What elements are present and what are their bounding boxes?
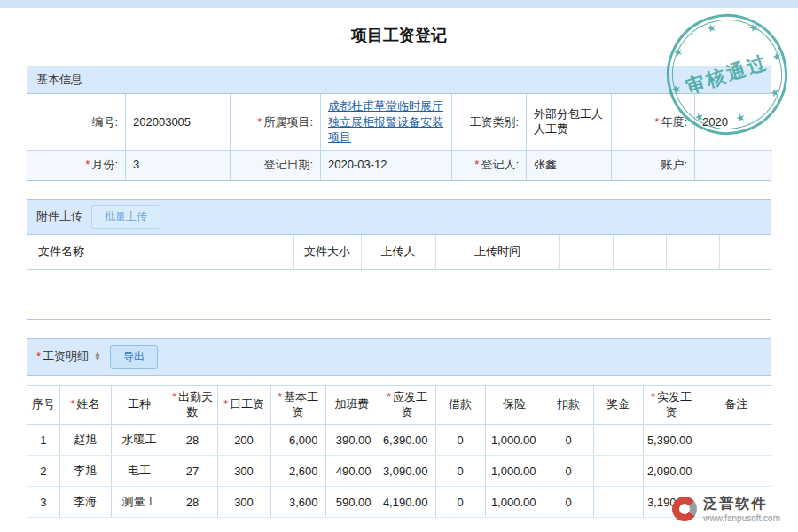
salary-row[interactable]: 1赵旭水暖工282006,000390.006,390.0001,000.000… bbox=[27, 425, 772, 456]
required-asterisk: * bbox=[36, 349, 41, 363]
salary-cell: 390.00 bbox=[325, 425, 379, 456]
salary-cell: 5,390.00 bbox=[643, 425, 700, 456]
field-value bbox=[694, 150, 772, 180]
field-label: 登记日期: bbox=[230, 150, 320, 180]
attachments-column-header: 上传人 bbox=[361, 235, 435, 270]
attachments-column-header: 文件名称 bbox=[27, 235, 293, 270]
required-asterisk: * bbox=[257, 114, 262, 130]
brand-name: 泛普软件 bbox=[703, 495, 767, 513]
salary-column-header: 加班费 bbox=[325, 385, 379, 425]
salary-column-header: 保险 bbox=[485, 385, 544, 425]
salary-cell: 6,000 bbox=[270, 425, 325, 456]
basic-info-grid: 编号:202003005*所属项目:成都杜甫草堂临时展厅独立展柜报警设备安装项目… bbox=[27, 94, 771, 180]
salary-cell: 300 bbox=[217, 456, 270, 487]
field-label: 工资类别: bbox=[451, 94, 526, 150]
field-label: *登记人: bbox=[451, 150, 526, 180]
salary-row[interactable]: 3李海测量工283003,600590.004,190.0001,000.000… bbox=[27, 487, 772, 518]
sort-arrows-icon[interactable]: ▲▼ bbox=[94, 351, 101, 362]
field-value: 202003005 bbox=[125, 94, 230, 150]
salary-column-header: *姓名 bbox=[59, 385, 111, 425]
salary-cell: 28 bbox=[168, 487, 217, 518]
salary-cell: 28 bbox=[168, 425, 217, 456]
basic-info-header: 基本信息 bbox=[27, 66, 771, 94]
salary-cell bbox=[700, 425, 772, 456]
page-title: 项目工资登记 bbox=[0, 8, 798, 66]
salary-header-row: 序号*姓名工种*出勤天数*日工资*基本工资加班费*应发工资借款保险扣款奖金*实发… bbox=[27, 385, 772, 425]
salary-cell: 27 bbox=[168, 456, 217, 487]
salary-cell: 3,600 bbox=[270, 487, 325, 518]
salary-column-header: 扣款 bbox=[544, 385, 593, 425]
salary-cell: 3,090.00 bbox=[379, 456, 435, 487]
salary-cell bbox=[593, 425, 643, 456]
salary-cell: 1 bbox=[27, 425, 59, 456]
top-strip bbox=[0, 0, 798, 8]
attachments-column-empty bbox=[559, 235, 613, 270]
field-value: 成都杜甫草堂临时展厅独立展柜报警设备安装项目 bbox=[320, 94, 451, 150]
field-label: *年度: bbox=[611, 94, 694, 150]
salary-cell: 水暖工 bbox=[111, 425, 168, 456]
salary-cell: 6,390.00 bbox=[379, 425, 435, 456]
required-asterisk: * bbox=[223, 397, 228, 411]
salary-cell: 0 bbox=[435, 425, 485, 456]
salary-cell: 1,000.00 bbox=[485, 456, 544, 487]
salary-cell: 0 bbox=[544, 487, 593, 518]
field-value: 张鑫 bbox=[526, 150, 611, 180]
salary-title: *工资明细 bbox=[36, 348, 89, 364]
salary-column-header: 备注 bbox=[700, 385, 772, 425]
attachments-column-empty bbox=[719, 235, 772, 270]
basic-info-panel: 基本信息 编号:202003005*所属项目:成都杜甫草堂临时展厅独立展柜报警设… bbox=[27, 66, 771, 181]
field-value: 2020 bbox=[694, 94, 772, 150]
fanpu-logo-icon bbox=[672, 497, 697, 521]
salary-header: *工资明细 ▲▼ 导出 bbox=[27, 339, 771, 376]
salary-column-header: *出勤天数 bbox=[168, 385, 217, 425]
salary-cell: 1,000.00 bbox=[485, 487, 544, 518]
salary-cell: 测量工 bbox=[111, 487, 168, 518]
brand-url: www.fanpusoft.com bbox=[703, 513, 780, 523]
field-label: *月份: bbox=[27, 150, 125, 180]
field-value: 外部分包工人人工费 bbox=[526, 94, 611, 150]
attachments-column-header: 文件大小 bbox=[293, 235, 361, 270]
salary-row[interactable]: 2李旭电工273002,600490.003,090.0001,000.0002… bbox=[27, 456, 772, 487]
field-value: 3 bbox=[125, 150, 230, 180]
salary-cell: 3 bbox=[27, 487, 59, 518]
salary-column-header: 工种 bbox=[111, 385, 168, 425]
salary-column-header: 借款 bbox=[435, 385, 485, 425]
attachments-column-header: 上传时间 bbox=[435, 235, 559, 270]
salary-cell: 2,090.00 bbox=[643, 456, 700, 487]
salary-column-header: 序号 bbox=[27, 385, 59, 425]
salary-table: 序号*姓名工种*出勤天数*日工资*基本工资加班费*应发工资借款保险扣款奖金*实发… bbox=[27, 385, 772, 519]
salary-cell bbox=[593, 456, 643, 487]
salary-cell: 0 bbox=[544, 425, 593, 456]
salary-cell: 电工 bbox=[111, 456, 168, 487]
attachments-panel: 附件上传 批量上传 文件名称文件大小上传人上传时间 bbox=[27, 199, 771, 320]
salary-cell: 0 bbox=[544, 456, 593, 487]
salary-panel: *工资明细 ▲▼ 导出 序号*姓名工种*出勤天数*日工资*基本工资加班费*应发工… bbox=[27, 338, 771, 532]
salary-cell bbox=[593, 487, 643, 518]
salary-cell: 4,190.00 bbox=[379, 487, 435, 518]
basic-info-title: 基本信息 bbox=[36, 72, 82, 88]
project-link[interactable]: 成都杜甫草堂临时展厅独立展柜报警设备安装项目 bbox=[328, 98, 444, 145]
field-label: 编号: bbox=[27, 94, 125, 150]
salary-cell bbox=[700, 456, 772, 487]
salary-cell: 1,000.00 bbox=[485, 425, 544, 456]
salary-cell: 200 bbox=[217, 425, 270, 456]
attachments-header: 附件上传 批量上传 bbox=[27, 200, 771, 235]
salary-cell: 2,600 bbox=[270, 456, 325, 487]
tab-attachments[interactable]: 附件上传 bbox=[36, 208, 82, 224]
required-asterisk: * bbox=[85, 157, 90, 173]
export-button[interactable]: 导出 bbox=[110, 345, 158, 369]
salary-cell: 300 bbox=[217, 487, 270, 518]
required-asterisk: * bbox=[387, 390, 391, 403]
attachments-column-empty bbox=[613, 235, 666, 270]
batch-upload-button[interactable]: 批量上传 bbox=[91, 205, 160, 229]
attachments-header-row: 文件名称文件大小上传人上传时间 bbox=[27, 235, 772, 270]
required-asterisk: * bbox=[70, 397, 74, 411]
attachments-empty-body bbox=[27, 270, 771, 319]
salary-column-header: *实发工资 bbox=[643, 385, 700, 425]
required-asterisk: * bbox=[654, 114, 659, 130]
attachments-table: 文件名称文件大小上传人上传时间 bbox=[27, 235, 772, 270]
required-asterisk: * bbox=[172, 390, 176, 403]
field-value: 2020-03-12 bbox=[320, 150, 451, 180]
salary-cell: 0 bbox=[435, 487, 485, 518]
required-asterisk: * bbox=[278, 390, 282, 403]
